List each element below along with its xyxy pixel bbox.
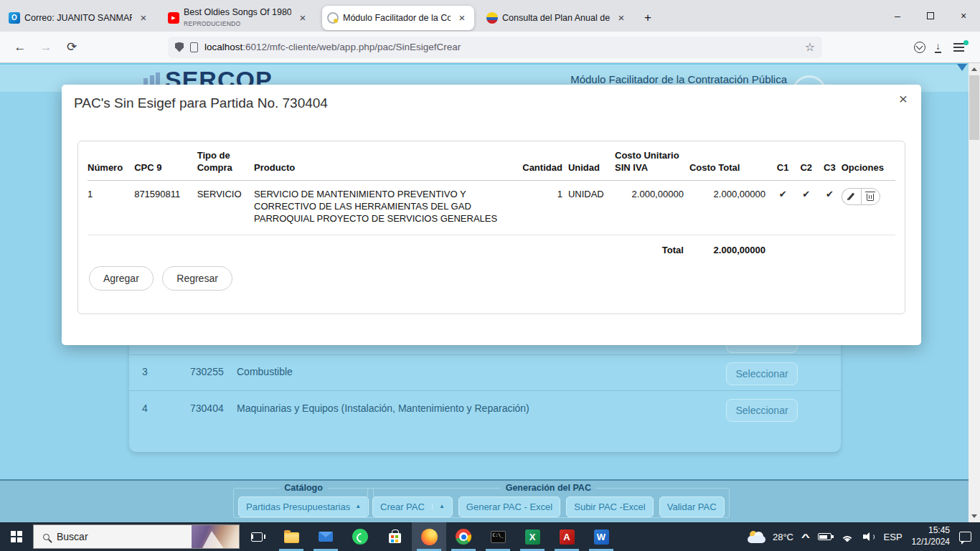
sercop-logo-bars-icon [143, 72, 160, 85]
cell-producto: SERVICIO DE MANTENIMIENTO PREVENTIVO Y C… [254, 180, 514, 235]
task-view-icon [251, 532, 263, 542]
check-icon: ✔ [802, 189, 810, 199]
crear-pac-button[interactable]: Crear PAC ▲ [372, 496, 453, 517]
acrobat-icon [560, 529, 575, 545]
row-options [842, 188, 880, 205]
time: 15:45 [912, 525, 950, 537]
pac-generation-legend: Generación del PAC [501, 483, 596, 493]
tab-plan-anual[interactable]: Consulta del Plan Anual de Con × [481, 6, 633, 30]
window-close-button[interactable]: × [947, 0, 980, 32]
action-center-icon[interactable] [959, 532, 971, 542]
table-header-row: Número CPC 9 Tipo de Compra Producto Can… [88, 150, 895, 180]
search-highlight-artwork[interactable] [192, 525, 239, 548]
catalog-legend: Catálogo [279, 483, 327, 493]
chrome-button[interactable] [446, 522, 481, 551]
close-icon[interactable]: × [614, 11, 628, 25]
scrollbar-up-arrow[interactable] [971, 67, 977, 71]
close-icon[interactable]: × [296, 11, 310, 25]
partidas-presupuestarias-button[interactable]: Partidas Presupuestarias ▲ [238, 496, 369, 517]
reload-button[interactable]: ⟳ [60, 36, 83, 59]
cell-tipo: SERVICIO [197, 180, 254, 235]
whatsapp-button[interactable] [343, 522, 377, 551]
col-header-c1: C1 [771, 150, 795, 180]
seleccionar-button-row3[interactable]: Seleccionar [726, 362, 798, 385]
tab-title: Best Oldies Songs Of 1980s - M [184, 7, 291, 18]
temperature: 28°C [773, 532, 793, 542]
bookmark-star-icon[interactable]: ☆ [805, 42, 815, 53]
cell-c3: ✔ [818, 180, 842, 235]
tab-title-group: Best Oldies Songs Of 1980s - M REPRODUCI… [184, 7, 291, 29]
word-button[interactable] [584, 522, 618, 551]
command-prompt-button[interactable] [481, 522, 515, 551]
word-icon [594, 529, 609, 545]
check-icon: ✔ [779, 189, 787, 199]
file-explorer-button[interactable] [274, 522, 308, 551]
cell-c1: ✔ [771, 180, 795, 235]
seleccionar-button-row4[interactable]: Seleccionar [726, 399, 798, 422]
row-description: Maquinarias y Equipos (Instalación, Mant… [237, 402, 529, 414]
cell-unidad: UNIDAD [568, 180, 615, 235]
search-placeholder: Buscar [57, 531, 88, 542]
total-label: Total [615, 235, 689, 257]
regresar-button[interactable]: Regresar [162, 266, 232, 291]
microsoft-store-button[interactable] [377, 522, 412, 551]
trash-icon [867, 194, 874, 201]
validar-pac-button[interactable]: Validar PAC [659, 496, 725, 517]
subir-pac-excel-button[interactable]: Subir PAC -Excel [566, 496, 653, 517]
window-minimize-button[interactable]: – [881, 0, 914, 32]
input-language[interactable]: ESP [884, 532, 903, 542]
url-text: localhost:6012/mfc-cliente/web/app.php/p… [204, 42, 805, 52]
tab-outlook[interactable]: O Correo: JUANITO SANMARTIN - × [4, 6, 156, 30]
col-header-opciones: Opciones [842, 150, 895, 180]
close-icon[interactable]: × [136, 11, 151, 25]
ecuador-crest-icon [486, 12, 498, 24]
weather-widget[interactable]: 28°C [748, 531, 793, 543]
url-path: :6012/mfc-cliente/web/app.php/pac/SinEsi… [242, 42, 461, 52]
bottom-action-bar: Catálogo Partidas Presupuestarias ▲ Gene… [0, 479, 980, 522]
excel-button[interactable] [515, 522, 550, 551]
battery-icon[interactable] [818, 533, 831, 540]
menu-icon[interactable] [953, 47, 964, 48]
volume-icon[interactable] [863, 532, 875, 541]
acrobat-button[interactable] [550, 522, 584, 551]
back-button[interactable]: ← [9, 36, 32, 59]
pocket-icon[interactable] [914, 42, 925, 53]
mail-button[interactable] [308, 522, 343, 551]
col-header-costo-unitario: Costo Unitario SIN IVA [615, 150, 689, 180]
task-view-button[interactable] [240, 522, 274, 551]
col-header-numero: Número [88, 150, 134, 180]
firefox-button[interactable] [412, 522, 446, 551]
search-input[interactable]: Buscar [33, 524, 240, 549]
clock[interactable]: 15:45 12/1/2024 [912, 525, 950, 547]
row-code: 730255 [190, 366, 224, 377]
col-header-producto: Producto [254, 150, 514, 180]
download-icon[interactable]: ↓ [936, 41, 941, 53]
page-icon[interactable] [190, 42, 198, 52]
tab-youtube[interactable]: ▶ Best Oldies Songs Of 1980s - M REPRODU… [163, 6, 315, 30]
caret-up-icon[interactable]: ▲ [432, 504, 445, 509]
scroll-top-triangle-icon[interactable] [957, 64, 967, 71]
forward-button[interactable]: → [34, 36, 57, 59]
scrollbar-thumb[interactable] [969, 75, 979, 140]
generar-pac-excel-button[interactable]: Generar PAC - Excel [458, 496, 560, 517]
page-scrollbar[interactable] [969, 63, 980, 522]
agregar-button[interactable]: Agregar [89, 266, 154, 291]
edit-button[interactable] [842, 188, 861, 205]
new-tab-button[interactable]: + [637, 7, 659, 29]
pac-sin-esigef-modal: PAC's Sin Esigef para Partida No. 730404… [62, 85, 921, 345]
delete-button[interactable] [861, 188, 880, 205]
window-maximize-button[interactable] [914, 0, 947, 32]
close-icon[interactable]: × [455, 11, 469, 25]
shield-icon[interactable] [175, 42, 184, 52]
col-header-cantidad: Cantidad [514, 150, 568, 180]
modal-close-button[interactable]: × [894, 90, 913, 108]
wifi-icon[interactable] [841, 532, 854, 542]
tab-mfc-active[interactable]: Módulo Facilitador de la Contra × [322, 6, 474, 30]
microsoft-store-icon [389, 533, 401, 543]
address-bar[interactable]: localhost:6012/mfc-cliente/web/app.php/p… [168, 37, 822, 58]
hidden-icons-chevron[interactable]: ^ [801, 532, 810, 542]
start-button[interactable] [0, 522, 33, 551]
col-header-c2: C2 [794, 150, 818, 180]
play-icon: ▶ [171, 15, 175, 20]
scrollbar-down-arrow[interactable] [971, 514, 977, 518]
